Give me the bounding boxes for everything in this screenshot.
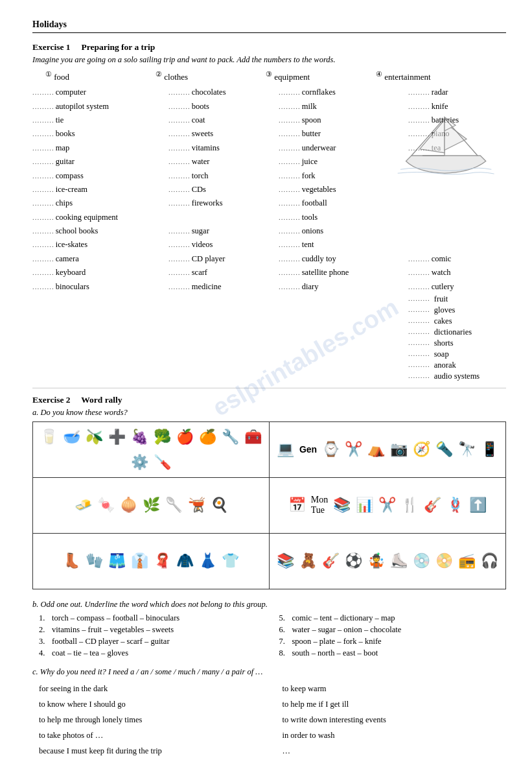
word-cds: .........CDs xyxy=(168,184,279,196)
word-tools: ......... tools xyxy=(279,211,408,224)
icon-spoon2: 🥄 xyxy=(165,497,183,514)
word-fork: .........fork xyxy=(279,170,408,182)
word-compass: .........compass xyxy=(32,170,168,182)
why-right-5: … xyxy=(283,744,507,757)
words-section: .........computer .........chocolates ..… xyxy=(32,86,506,381)
word-tent: .........tent xyxy=(279,239,408,251)
icon-gear: ⚙️ xyxy=(131,454,148,471)
icon-plus: ➕ xyxy=(108,429,126,445)
section-divider xyxy=(32,388,506,388)
word-coat: .........coat xyxy=(168,114,279,126)
word-underwear: .........underwear xyxy=(279,142,408,154)
odd-item-7: 7. spoon – plate – fork – knife xyxy=(279,637,507,646)
icon-phone: 📱 xyxy=(481,441,498,458)
icon-gen: Gen xyxy=(299,444,317,455)
why-left-3: to help me through lonely times xyxy=(39,713,263,726)
odd-item-3: 3. football – CD player – scarf – guitar xyxy=(39,637,266,646)
picture-cell-5: 👢 🧤 🩳 👔 🧣 🧥 👗 👕 xyxy=(33,534,270,589)
icon-milk-carton: 🥛 xyxy=(40,429,58,445)
icon-spatula: 🍳 xyxy=(211,497,228,514)
icon-sugar-bag: 🍬 xyxy=(97,497,115,514)
word-cutlery: .........cutlery xyxy=(408,281,532,293)
why-left-5: because I must keep fit during the trip xyxy=(39,744,263,757)
icon-binoculars2: 🔭 xyxy=(458,441,476,458)
icon-calendar2: MonTue xyxy=(311,495,328,515)
word-juice: .........juice xyxy=(279,156,408,168)
icon-scissors2: ✂️ xyxy=(378,497,396,514)
icon-book: 📚 xyxy=(333,497,351,514)
icon-books2: 📚 xyxy=(277,552,294,569)
icon-puppet: 🤹 xyxy=(367,552,385,569)
exercise1-section: Exercise 1 Preparing for a trip Imagine … xyxy=(32,42,506,381)
word-scarf: .........scarf xyxy=(168,266,279,279)
icon-tools2: 🔧 xyxy=(222,429,239,445)
word-torch: .........torch xyxy=(168,170,279,182)
icon-tshirt: 👕 xyxy=(222,552,239,569)
word-cornflakes: .........cornflakes xyxy=(279,86,408,99)
word-chips: .........chips xyxy=(32,197,168,209)
word-computer: .........computer xyxy=(32,86,168,99)
icon-compass2: 🧭 xyxy=(413,441,430,458)
icon-guitar2: 🎸 xyxy=(322,552,340,569)
exercise2-section: Exercise 2 Word rally a. Do you know the… xyxy=(32,395,506,757)
picture-table: 🥛 🥣 🫒 ➕ 🍇 🥦 🍎 🍊 🔧 🧰 ⚙️ 🪛 💻 Gen xyxy=(32,421,506,589)
word-fireworks: .........fireworks xyxy=(168,197,279,209)
word-autopilot: .........autopilot system xyxy=(32,101,168,113)
word-comic: .........comic xyxy=(408,253,532,265)
icon-butter: 🧈 xyxy=(75,497,92,514)
word-onions: .........onions xyxy=(279,225,408,237)
icon-calendar: 📅 xyxy=(288,497,306,514)
word-tie: .........tie xyxy=(32,114,168,126)
word-spoon: .........spoon xyxy=(279,114,408,126)
odd-grid: 1. torch – compass – football – binocula… xyxy=(39,613,506,658)
icon-tent: ⛺ xyxy=(367,441,385,458)
word-boots: .........boots xyxy=(168,101,279,113)
picture-cell-6: 📚 🧸 🎸 ⚽ 🤹 ⛸️ 💿 📀 📻 🎧 xyxy=(270,534,505,589)
word-map: .........map xyxy=(32,142,168,154)
part-a-label: a. Do you know these words? xyxy=(32,408,506,418)
word-football: .........football xyxy=(279,197,408,209)
why-right-3: to write down interesting events xyxy=(283,713,507,726)
section-b: b. Odd one out. Underline the word which… xyxy=(32,600,506,658)
why-right-4: in order to wash xyxy=(283,729,507,742)
part-c-label: c. Why do you need it? I need a / an / s… xyxy=(32,667,506,677)
odd-item-1: 1. torch – compass – football – binocula… xyxy=(39,613,266,623)
icon-headphones: 🎧 xyxy=(481,552,498,569)
exercise1-heading: Exercise 1 Preparing for a trip xyxy=(32,42,506,53)
icon-watch: ⌚ xyxy=(322,441,340,458)
word-chocolates: .........chocolates xyxy=(168,86,279,99)
icon-cd: 💿 xyxy=(413,552,430,569)
picture-row-1: 🥛 🥣 🫒 ➕ 🍇 🥦 🍎 🍊 🔧 🧰 ⚙️ 🪛 💻 Gen xyxy=(33,422,505,478)
word-sweets: .........sweets xyxy=(168,128,279,140)
icon-scissors: ✂️ xyxy=(345,441,362,458)
icon-fork2: 🍴 xyxy=(401,497,419,514)
odd-item-5: 5. comic – tent – dictionary – map xyxy=(279,613,507,623)
icon-apple: 🍎 xyxy=(176,429,194,445)
icon-toolbox: 🧰 xyxy=(244,429,262,445)
category-equipment: ③ equipment xyxy=(266,70,376,82)
picture-cell-4: 📅 MonTue 📚 📊 ✂️ 🍴 🎸 🪢 ⬆️ xyxy=(270,478,505,533)
exercise1-instruction: Imagine you are going on a solo sailing … xyxy=(32,55,506,65)
icon-fruit: 🍇 xyxy=(131,429,148,445)
why-left-4: to take photos of … xyxy=(39,729,263,742)
categories-row: ① food ② clothes ③ equipment ④ entertain… xyxy=(32,70,506,82)
picture-cell-3: 🧈 🍬 🧅 🌿 🥄 🫕 🍳 xyxy=(33,478,270,533)
odd-item-2: 2. vitamins – fruit – vegetables – sweet… xyxy=(39,625,266,635)
word-icecream: .........ice-cream xyxy=(32,184,168,196)
word-books: .........books xyxy=(32,128,168,140)
icon-herb: 🌿 xyxy=(143,497,160,514)
odd-item-6: 6. water – sugar – onion – chocolate xyxy=(279,625,507,635)
word-binoculars: .........binoculars xyxy=(32,281,168,293)
category-entertainment: ④ entertainment xyxy=(376,70,486,82)
icon-dress: 👗 xyxy=(199,552,216,569)
word-radar: .........radar xyxy=(408,86,532,99)
icon-radio: 📻 xyxy=(458,552,476,569)
word-keyboard: .........keyboard xyxy=(32,266,168,279)
word-school-books: .........school books xyxy=(32,225,168,237)
category-food: ① food xyxy=(45,70,156,82)
exercise2-heading: Exercise 2 Word rally xyxy=(32,395,506,405)
section-c: c. Why do you need it? I need a / an / s… xyxy=(32,667,506,757)
why-grid: for seeing in the dark to keep warm to k… xyxy=(39,682,506,757)
picture-row-2: 🧈 🍬 🧅 🌿 🥄 🫕 🍳 📅 MonTue 📚 📊 ✂️ 🍴 🎸 xyxy=(33,478,505,534)
word-milk: .........milk xyxy=(279,101,408,113)
